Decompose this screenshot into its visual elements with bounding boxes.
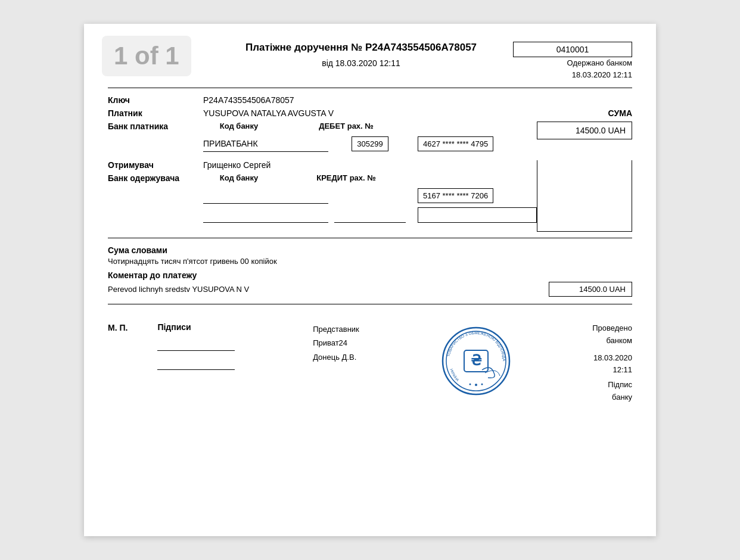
- kredit-header: КРЕДИТ рах. №: [287, 173, 406, 182]
- page-counter: 1 of 1: [102, 36, 191, 76]
- komentar-label: Коментар до платежу: [108, 270, 632, 280]
- svg-text:₴: ₴: [470, 352, 481, 368]
- mp-col: М. П.: [108, 322, 128, 333]
- conducted-col: Проведено банком 18.03.2020 12:11 Підпис…: [592, 322, 632, 404]
- klyuch-value: Р24А743554506А78057: [203, 95, 294, 105]
- sig-line-1: [157, 337, 235, 351]
- bank-label: банку: [612, 393, 632, 402]
- doc-date: від 18.03.2020 12:11: [209, 58, 513, 68]
- pidpysy-col: Підписи: [157, 322, 235, 375]
- svg-point-8: [481, 384, 483, 385]
- top-divider: [108, 88, 632, 88]
- svg-point-6: [475, 384, 477, 386]
- conducted-time: 12:11: [612, 365, 632, 374]
- klyuch-row: Ключ Р24А743554506А78057: [108, 95, 632, 105]
- komentar-section: Коментар до платежу Perevod lichnyh sred…: [108, 270, 632, 297]
- mid-divider: [108, 238, 632, 238]
- platnik-value: YUSUPOVA NATALYA AVGUSTA V: [203, 108, 334, 118]
- kod-banku-header2: Код банку: [203, 173, 275, 182]
- received-info: Одержано банком 18.03.2020 12:11: [513, 57, 632, 80]
- bank-stamp-icon: ТОВАРИСТВО З ОБМЕЖЕНОЮ ВІДПОВІДАЛЬНІСТЮ …: [440, 325, 512, 397]
- representative-col: Представник Приват24 Донець Д.В.: [313, 322, 359, 364]
- otrymuvach-row: Отримувач Грищенко Сергей: [108, 160, 537, 170]
- doc-title: Платіжне доручення № Р24А743554506А78057: [209, 42, 513, 54]
- suma-slovamy-section: Сума словами Чотирнадцять тисяч п'ятсот …: [108, 245, 632, 266]
- otrymuvach-label: Отримувач: [108, 160, 203, 170]
- komentar-text: Perevod lichnyh sredstv YUSUPOVA N V: [108, 285, 549, 294]
- svg-point-7: [469, 384, 471, 385]
- suma-slovamy-label: Сума словами: [108, 245, 632, 255]
- signature-label: Підпис: [608, 380, 632, 389]
- bottom-divider: [108, 304, 632, 304]
- bank-code-box: 0410001: [513, 42, 632, 57]
- representative-name: Приват24: [313, 336, 359, 350]
- platnik-row: Платник YUSUPOVA NATALYA AVGUSTA V: [108, 108, 537, 118]
- conducted-label: Проведено: [592, 323, 632, 332]
- conducted-word2: банком: [606, 336, 632, 345]
- representative-person: Донець Д.В.: [313, 350, 359, 364]
- suma-header: СУМА: [537, 108, 632, 118]
- kod-banku-header: Код банку: [203, 122, 275, 130]
- representative-label: Представник: [313, 322, 359, 336]
- svg-text:УКРАЇНА: УКРАЇНА: [449, 368, 459, 382]
- suma-value: 14500.0 UAH: [576, 126, 626, 135]
- debet-header: ДЕБЕТ рах. №: [287, 122, 406, 130]
- bank-platnika-name: ПРИВАТБАНК: [203, 139, 258, 148]
- bank-platnika-label: Банк платника: [108, 122, 203, 131]
- pidpysy-label: Підписи: [157, 322, 235, 332]
- conducted-date: 18.03.2020: [593, 353, 632, 362]
- footer-section: М. П. Підписи Представник Приват24 Донец…: [108, 322, 632, 404]
- document-page: 1 of 1 Платіжне доручення № Р24А74355450…: [84, 24, 656, 536]
- bank-oderzhuvach-label: Банк одержувача: [108, 173, 203, 183]
- komentar-row: Perevod lichnyh sredstv YUSUPOVA N V 145…: [108, 282, 632, 297]
- amount-box: 14500.0 UAH: [537, 122, 632, 139]
- komentar-amount: 14500.0 UAH: [549, 282, 632, 297]
- kredit-account: 5167 **** **** 7206: [418, 188, 493, 203]
- bank-code-value: 305299: [352, 136, 388, 151]
- otrymuvach-value: Грищенко Сергей: [203, 160, 270, 170]
- suma-slovamy-text: Чотирнадцять тисяч п'ятсот гривень 00 ко…: [108, 257, 632, 266]
- mp-label: М. П.: [108, 323, 128, 332]
- debet-account: 4627 **** **** 4795: [418, 136, 493, 151]
- platnik-label: Платник: [108, 108, 203, 118]
- stamp-area: ТОВАРИСТВО З ОБМЕЖЕНОЮ ВІДПОВІДАЛЬНІСТЮ …: [437, 322, 515, 400]
- klyuch-label: Ключ: [108, 95, 203, 105]
- sig-line-2: [157, 356, 235, 370]
